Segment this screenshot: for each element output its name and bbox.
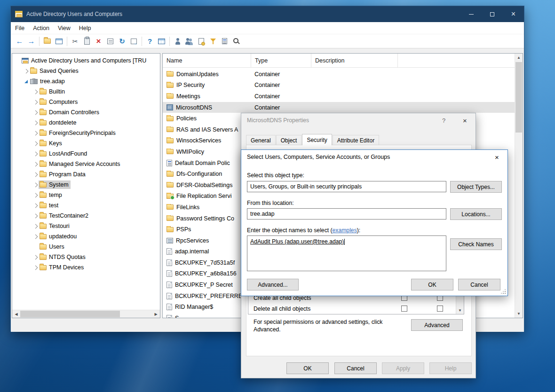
help-icon[interactable]: ?: [144, 36, 156, 47]
add-user-icon[interactable]: [172, 36, 183, 47]
tree-item-test[interactable]: test: [12, 200, 160, 211]
tree-item-saved-queries[interactable]: Saved Queries: [12, 66, 160, 76]
find-icon[interactable]: [230, 36, 242, 47]
object-type-field[interactable]: Users, Groups, or Built-in security prin…: [247, 181, 446, 192]
object-types-button[interactable]: Object Types...: [450, 181, 502, 193]
tree-item-ntds-quotas[interactable]: NTDS Quotas: [12, 252, 160, 262]
menu-action[interactable]: Action: [29, 22, 54, 34]
apply-button[interactable]: Apply: [382, 362, 424, 374]
scrollbar-thumb[interactable]: [515, 62, 522, 133]
tab-attribute-editor[interactable]: Attribute Editor: [333, 135, 379, 145]
filter-icon[interactable]: [207, 36, 219, 47]
allow-checkbox[interactable]: [401, 306, 407, 312]
scroll-up-icon[interactable]: ▲: [515, 54, 523, 62]
tree-item-dontdelete[interactable]: dontdelete: [12, 118, 160, 128]
chevron-right-icon[interactable]: [32, 225, 39, 228]
chevron-right-icon[interactable]: [32, 152, 39, 156]
cancel-button[interactable]: Cancel: [458, 279, 500, 290]
chevron-right-icon[interactable]: [32, 256, 39, 259]
list-item-microsoftdns[interactable]: MicrosoftDNSContainer: [163, 102, 515, 113]
tree-item-domain-controllers[interactable]: Domain Controllers: [12, 107, 160, 118]
chevron-right-icon[interactable]: [32, 204, 39, 207]
new-ou-icon[interactable]: [195, 36, 207, 47]
column-header-type[interactable]: Type: [251, 54, 311, 67]
object-names-input[interactable]: AdAudit Plus (adap.user@tree.adap): [247, 235, 446, 271]
list-vertical-scrollbar[interactable]: ▲ ▼: [515, 54, 523, 318]
tab-security[interactable]: Security: [302, 134, 332, 145]
delete-icon[interactable]: ×: [93, 36, 104, 47]
list-item-ip-security[interactable]: IP SecurityContainer: [163, 80, 515, 91]
dialog-close-button[interactable]: ×: [486, 150, 507, 164]
list-item-domainupdates[interactable]: DomainUpdatesContainer: [163, 69, 515, 80]
scroll-right-icon[interactable]: ▶: [152, 310, 160, 318]
menu-help[interactable]: Help: [75, 22, 95, 34]
tree-item-lostandfound[interactable]: LostAndFound: [12, 149, 160, 159]
back-icon[interactable]: ←: [14, 36, 25, 47]
tree-item-temp[interactable]: temp: [12, 190, 160, 200]
tree-item-program-data[interactable]: Program Data: [12, 169, 160, 180]
export-list-icon[interactable]: [128, 36, 140, 47]
advanced-button[interactable]: Advanced...: [247, 279, 299, 290]
deny-checkbox[interactable]: [437, 306, 443, 312]
check-names-button[interactable]: Check Names: [450, 238, 502, 250]
chevron-down-icon[interactable]: [23, 80, 29, 83]
chevron-right-icon[interactable]: [32, 194, 39, 197]
chevron-right-icon[interactable]: [32, 90, 39, 94]
tree-item-domain[interactable]: tree.adap: [12, 76, 160, 86]
tab-object[interactable]: Object: [276, 135, 302, 145]
tree-item-root[interactable]: Active Directory Users and Computers [TR…: [12, 55, 160, 66]
tree-item-foreign-security-principals[interactable]: ForeignSecurityPrincipals: [12, 128, 160, 138]
console-grid-icon[interactable]: [156, 36, 167, 47]
tree-item-updatedou[interactable]: updatedou: [12, 231, 160, 242]
tree-horizontal-scrollbar[interactable]: ◀ ▶: [12, 310, 160, 318]
cancel-button[interactable]: Cancel: [334, 362, 377, 374]
scroll-down-icon[interactable]: ▼: [456, 306, 464, 314]
close-button[interactable]: ×: [503, 6, 524, 22]
permission-row-delete[interactable]: Delete all child objects: [248, 303, 464, 314]
menu-file[interactable]: File: [11, 22, 29, 34]
tree-item-tpm-devices[interactable]: TPM Devices: [12, 262, 160, 273]
tree-item-computers[interactable]: Computers: [12, 97, 160, 107]
minimize-button[interactable]: [460, 6, 482, 22]
chevron-right-icon[interactable]: [32, 132, 39, 135]
locations-button[interactable]: Locations...: [450, 208, 502, 220]
tree-item-testcontainer2[interactable]: TestContainer2: [12, 211, 160, 221]
policy-icon[interactable]: [219, 36, 230, 47]
resize-grip[interactable]: [500, 289, 506, 294]
add-group-icon[interactable]: [183, 36, 195, 47]
chevron-right-icon[interactable]: [32, 101, 39, 104]
help-button[interactable]: Help: [429, 362, 472, 374]
cut-icon[interactable]: ✂: [69, 36, 81, 47]
scroll-left-icon[interactable]: ◀: [12, 310, 20, 318]
tree-item-managed-service-accounts[interactable]: Managed Service Accounts: [12, 159, 160, 169]
chevron-right-icon[interactable]: [23, 70, 29, 73]
paste-icon[interactable]: [81, 36, 93, 47]
examples-link[interactable]: examples: [333, 227, 357, 234]
advanced-button[interactable]: Advanced: [411, 319, 463, 331]
dialog-help-button[interactable]: ?: [433, 113, 454, 127]
scrollbar-thumb[interactable]: [20, 311, 120, 317]
chevron-right-icon[interactable]: [32, 142, 39, 145]
dialog-close-button[interactable]: ×: [454, 113, 476, 127]
tab-general[interactable]: General: [246, 135, 276, 145]
chevron-right-icon[interactable]: [32, 235, 39, 238]
chevron-right-icon[interactable]: [32, 173, 39, 176]
scroll-down-icon[interactable]: ▼: [515, 310, 523, 318]
menu-view[interactable]: View: [54, 22, 75, 34]
refresh-icon[interactable]: ↻: [116, 36, 128, 47]
navigate-folder-icon[interactable]: [41, 36, 53, 47]
chevron-right-icon[interactable]: [32, 266, 39, 269]
maximize-button[interactable]: [482, 6, 503, 22]
ok-button[interactable]: OK: [286, 362, 329, 374]
properties-icon[interactable]: [104, 36, 116, 47]
column-header-name[interactable]: Name: [163, 54, 251, 67]
tree-item-keys[interactable]: Keys: [12, 138, 160, 149]
forward-icon[interactable]: →: [25, 36, 37, 47]
tree-item-system[interactable]: System: [12, 180, 160, 190]
chevron-right-icon[interactable]: [32, 121, 39, 125]
chevron-right-icon[interactable]: [32, 111, 39, 114]
console-window-icon[interactable]: [53, 36, 65, 47]
tree-item-testouri[interactable]: Testouri: [12, 221, 160, 231]
list-item-meetings[interactable]: MeetingsContainer: [163, 91, 515, 102]
column-header-description[interactable]: Description: [311, 54, 398, 67]
